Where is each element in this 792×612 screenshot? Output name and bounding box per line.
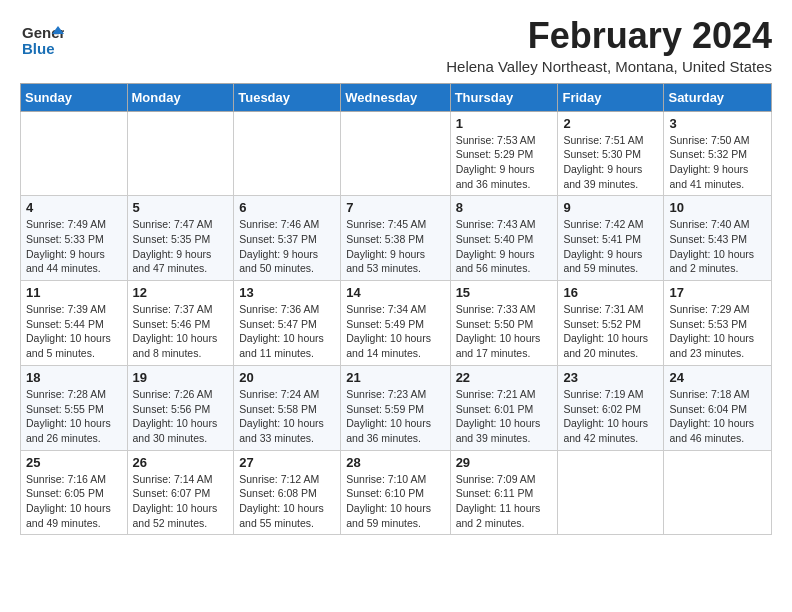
calendar-cell	[558, 450, 664, 535]
calendar-cell	[234, 111, 341, 196]
calendar-header-sunday: Sunday	[21, 83, 128, 111]
calendar-cell: 3Sunrise: 7:50 AM Sunset: 5:32 PM Daylig…	[664, 111, 772, 196]
day-number: 18	[26, 370, 122, 385]
calendar-cell: 16Sunrise: 7:31 AM Sunset: 5:52 PM Dayli…	[558, 281, 664, 366]
day-number: 9	[563, 200, 658, 215]
calendar-cell: 14Sunrise: 7:34 AM Sunset: 5:49 PM Dayli…	[341, 281, 450, 366]
calendar-cell: 2Sunrise: 7:51 AM Sunset: 5:30 PM Daylig…	[558, 111, 664, 196]
day-info: Sunrise: 7:10 AM Sunset: 6:10 PM Dayligh…	[346, 472, 444, 531]
day-number: 14	[346, 285, 444, 300]
day-info: Sunrise: 7:29 AM Sunset: 5:53 PM Dayligh…	[669, 302, 766, 361]
day-info: Sunrise: 7:23 AM Sunset: 5:59 PM Dayligh…	[346, 387, 444, 446]
calendar-cell	[127, 111, 234, 196]
day-info: Sunrise: 7:34 AM Sunset: 5:49 PM Dayligh…	[346, 302, 444, 361]
day-number: 16	[563, 285, 658, 300]
day-info: Sunrise: 7:09 AM Sunset: 6:11 PM Dayligh…	[456, 472, 553, 531]
calendar-cell	[664, 450, 772, 535]
month-title: February 2024	[446, 16, 772, 56]
calendar-header-saturday: Saturday	[664, 83, 772, 111]
calendar-cell: 8Sunrise: 7:43 AM Sunset: 5:40 PM Daylig…	[450, 196, 558, 281]
calendar-cell: 22Sunrise: 7:21 AM Sunset: 6:01 PM Dayli…	[450, 365, 558, 450]
calendar-cell: 6Sunrise: 7:46 AM Sunset: 5:37 PM Daylig…	[234, 196, 341, 281]
day-number: 25	[26, 455, 122, 470]
day-number: 27	[239, 455, 335, 470]
day-number: 8	[456, 200, 553, 215]
day-number: 2	[563, 116, 658, 131]
calendar-cell: 29Sunrise: 7:09 AM Sunset: 6:11 PM Dayli…	[450, 450, 558, 535]
calendar-cell: 13Sunrise: 7:36 AM Sunset: 5:47 PM Dayli…	[234, 281, 341, 366]
day-number: 3	[669, 116, 766, 131]
day-info: Sunrise: 7:51 AM Sunset: 5:30 PM Dayligh…	[563, 133, 658, 192]
day-number: 13	[239, 285, 335, 300]
day-number: 29	[456, 455, 553, 470]
calendar-cell: 19Sunrise: 7:26 AM Sunset: 5:56 PM Dayli…	[127, 365, 234, 450]
calendar-week-1: 1Sunrise: 7:53 AM Sunset: 5:29 PM Daylig…	[21, 111, 772, 196]
day-info: Sunrise: 7:42 AM Sunset: 5:41 PM Dayligh…	[563, 217, 658, 276]
day-info: Sunrise: 7:26 AM Sunset: 5:56 PM Dayligh…	[133, 387, 229, 446]
day-info: Sunrise: 7:39 AM Sunset: 5:44 PM Dayligh…	[26, 302, 122, 361]
calendar-cell: 11Sunrise: 7:39 AM Sunset: 5:44 PM Dayli…	[21, 281, 128, 366]
calendar-cell: 24Sunrise: 7:18 AM Sunset: 6:04 PM Dayli…	[664, 365, 772, 450]
calendar-header-thursday: Thursday	[450, 83, 558, 111]
calendar-cell: 27Sunrise: 7:12 AM Sunset: 6:08 PM Dayli…	[234, 450, 341, 535]
day-number: 28	[346, 455, 444, 470]
calendar-cell: 21Sunrise: 7:23 AM Sunset: 5:59 PM Dayli…	[341, 365, 450, 450]
day-info: Sunrise: 7:45 AM Sunset: 5:38 PM Dayligh…	[346, 217, 444, 276]
calendar-week-5: 25Sunrise: 7:16 AM Sunset: 6:05 PM Dayli…	[21, 450, 772, 535]
calendar-cell: 4Sunrise: 7:49 AM Sunset: 5:33 PM Daylig…	[21, 196, 128, 281]
day-number: 26	[133, 455, 229, 470]
calendar-cell: 9Sunrise: 7:42 AM Sunset: 5:41 PM Daylig…	[558, 196, 664, 281]
day-info: Sunrise: 7:50 AM Sunset: 5:32 PM Dayligh…	[669, 133, 766, 192]
logo-icon: General Blue	[20, 16, 64, 60]
day-number: 7	[346, 200, 444, 215]
calendar-cell: 10Sunrise: 7:40 AM Sunset: 5:43 PM Dayli…	[664, 196, 772, 281]
calendar-cell	[341, 111, 450, 196]
calendar-cell: 20Sunrise: 7:24 AM Sunset: 5:58 PM Dayli…	[234, 365, 341, 450]
calendar-cell: 7Sunrise: 7:45 AM Sunset: 5:38 PM Daylig…	[341, 196, 450, 281]
day-info: Sunrise: 7:19 AM Sunset: 6:02 PM Dayligh…	[563, 387, 658, 446]
day-info: Sunrise: 7:46 AM Sunset: 5:37 PM Dayligh…	[239, 217, 335, 276]
calendar-cell: 25Sunrise: 7:16 AM Sunset: 6:05 PM Dayli…	[21, 450, 128, 535]
calendar-week-2: 4Sunrise: 7:49 AM Sunset: 5:33 PM Daylig…	[21, 196, 772, 281]
calendar-cell: 28Sunrise: 7:10 AM Sunset: 6:10 PM Dayli…	[341, 450, 450, 535]
calendar-table: SundayMondayTuesdayWednesdayThursdayFrid…	[20, 83, 772, 536]
day-info: Sunrise: 7:49 AM Sunset: 5:33 PM Dayligh…	[26, 217, 122, 276]
day-number: 6	[239, 200, 335, 215]
day-info: Sunrise: 7:31 AM Sunset: 5:52 PM Dayligh…	[563, 302, 658, 361]
day-info: Sunrise: 7:36 AM Sunset: 5:47 PM Dayligh…	[239, 302, 335, 361]
day-info: Sunrise: 7:28 AM Sunset: 5:55 PM Dayligh…	[26, 387, 122, 446]
day-info: Sunrise: 7:12 AM Sunset: 6:08 PM Dayligh…	[239, 472, 335, 531]
day-number: 11	[26, 285, 122, 300]
day-number: 21	[346, 370, 444, 385]
day-number: 17	[669, 285, 766, 300]
svg-text:Blue: Blue	[22, 40, 55, 57]
day-number: 20	[239, 370, 335, 385]
calendar-header-row: SundayMondayTuesdayWednesdayThursdayFrid…	[21, 83, 772, 111]
day-number: 24	[669, 370, 766, 385]
day-info: Sunrise: 7:33 AM Sunset: 5:50 PM Dayligh…	[456, 302, 553, 361]
logo: General Blue	[20, 16, 64, 64]
calendar-header-tuesday: Tuesday	[234, 83, 341, 111]
calendar-cell: 5Sunrise: 7:47 AM Sunset: 5:35 PM Daylig…	[127, 196, 234, 281]
day-info: Sunrise: 7:43 AM Sunset: 5:40 PM Dayligh…	[456, 217, 553, 276]
day-number: 22	[456, 370, 553, 385]
location-title: Helena Valley Northeast, Montana, United…	[446, 58, 772, 75]
day-number: 10	[669, 200, 766, 215]
calendar-week-3: 11Sunrise: 7:39 AM Sunset: 5:44 PM Dayli…	[21, 281, 772, 366]
calendar-week-4: 18Sunrise: 7:28 AM Sunset: 5:55 PM Dayli…	[21, 365, 772, 450]
calendar-cell: 23Sunrise: 7:19 AM Sunset: 6:02 PM Dayli…	[558, 365, 664, 450]
day-info: Sunrise: 7:24 AM Sunset: 5:58 PM Dayligh…	[239, 387, 335, 446]
day-number: 12	[133, 285, 229, 300]
day-number: 1	[456, 116, 553, 131]
day-info: Sunrise: 7:53 AM Sunset: 5:29 PM Dayligh…	[456, 133, 553, 192]
calendar-header-monday: Monday	[127, 83, 234, 111]
calendar-cell: 12Sunrise: 7:37 AM Sunset: 5:46 PM Dayli…	[127, 281, 234, 366]
calendar-cell: 18Sunrise: 7:28 AM Sunset: 5:55 PM Dayli…	[21, 365, 128, 450]
title-area: February 2024 Helena Valley Northeast, M…	[446, 16, 772, 75]
day-info: Sunrise: 7:37 AM Sunset: 5:46 PM Dayligh…	[133, 302, 229, 361]
day-number: 19	[133, 370, 229, 385]
calendar-cell	[21, 111, 128, 196]
day-number: 5	[133, 200, 229, 215]
day-info: Sunrise: 7:21 AM Sunset: 6:01 PM Dayligh…	[456, 387, 553, 446]
page-header: General Blue February 2024 Helena Valley…	[20, 16, 772, 75]
